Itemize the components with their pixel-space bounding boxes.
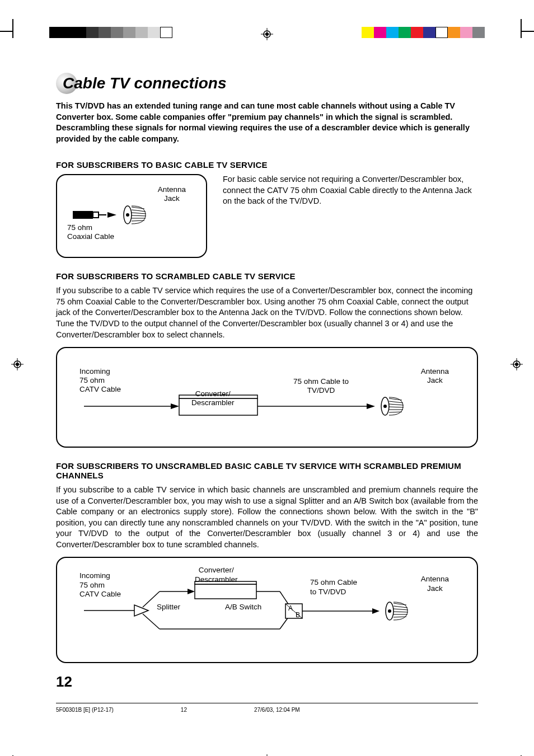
svg-point-55 [388,609,391,613]
incoming-label: Incoming 75 ohm CATV Cable [79,367,121,395]
cable-to-tv-label-3: 75 ohm Cable to TV/DVD [310,578,357,596]
registration-mark-icon [261,28,273,40]
page-number: 12 [56,673,478,691]
svg-line-56 [394,603,406,605]
svg-marker-25 [171,403,179,409]
switch-a-label: A [288,604,293,612]
section1-text: For basic cable service not requiring a … [223,174,478,207]
diagram-scrambled: Incoming 75 ohm CATV Cable Converter/ De… [56,347,478,448]
ab-switch-label: A/B Switch [225,603,261,612]
coax-label: 75 ohm Coaxial Cable [67,223,114,241]
svg-line-33 [389,401,403,403]
svg-line-19 [132,210,146,212]
diagram-basic: Antenna Jack [56,174,207,258]
antenna-label: Antenna Jack [158,185,186,203]
footer-date: 27/6/03, 12:04 PM [254,707,300,713]
svg-marker-15 [107,212,116,218]
footer-page: 12 [181,707,187,713]
svg-line-20 [132,213,146,214]
section2-text: If you subscribe to a cable TV service w… [56,285,478,340]
svg-line-59 [394,612,408,612]
color-bar [362,27,485,38]
crop-marks-bottom [0,741,534,756]
svg-rect-12 [73,211,93,219]
crop-marks-top [0,0,534,45]
svg-line-47 [143,614,160,629]
svg-line-35 [389,407,404,407]
svg-marker-29 [367,403,375,409]
svg-marker-42 [188,589,195,594]
svg-marker-53 [372,608,380,614]
section3-text: If you subscribe to a cable TV service i… [56,485,478,550]
intro-text: This TV/DVD has an extended tuning range… [56,101,478,144]
svg-line-18 [132,207,144,209]
svg-line-32 [389,398,402,400]
svg-rect-13 [93,212,99,218]
converter-label: Converter/ Descrambler [191,389,235,407]
svg-line-21 [132,215,146,216]
antenna-label-2: Antenna Jack [421,367,449,385]
svg-marker-39 [134,605,148,616]
splitter-label: Splitter [157,603,180,612]
svg-line-34 [389,404,404,405]
section3-heading: FOR SUBSCRIBERS TO UNSCRAMBLED BASIC CAB… [56,461,478,480]
page-content: Cable TV connections This TV/DVD has an … [0,73,534,741]
switch-b-label: B [296,611,300,619]
footer-file: 5F00301B [E] (P12-17) [56,707,114,713]
diagram-premium: Incoming 75 ohm CATV Cable Splitter Conv… [56,557,478,663]
antenna-label-3: Antenna Jack [421,575,449,593]
page-title: Cable TV connections [63,74,227,92]
section1-heading: FOR SUBSCRIBERS TO BASIC CABLE TV SERVIC… [56,160,478,170]
svg-line-58 [394,609,408,610]
footer: 5F00301B [E] (P12-17) 12 27/6/03, 12:04 … [56,707,478,719]
svg-line-57 [394,606,407,608]
svg-rect-43 [195,584,256,599]
incoming-label-3: Incoming 75 ohm CATV Cable [79,571,121,599]
cable-to-tv-label: 75 ohm Cable to TV/DVD [293,377,349,395]
svg-point-31 [383,405,387,408]
grayscale-bar [49,27,172,38]
section2-heading: FOR SUBSCRIBERS TO SCRAMBLED CABLE TV SE… [56,271,478,281]
svg-point-17 [126,213,129,217]
converter-label-3: Converter/ Descrambler [195,566,238,584]
